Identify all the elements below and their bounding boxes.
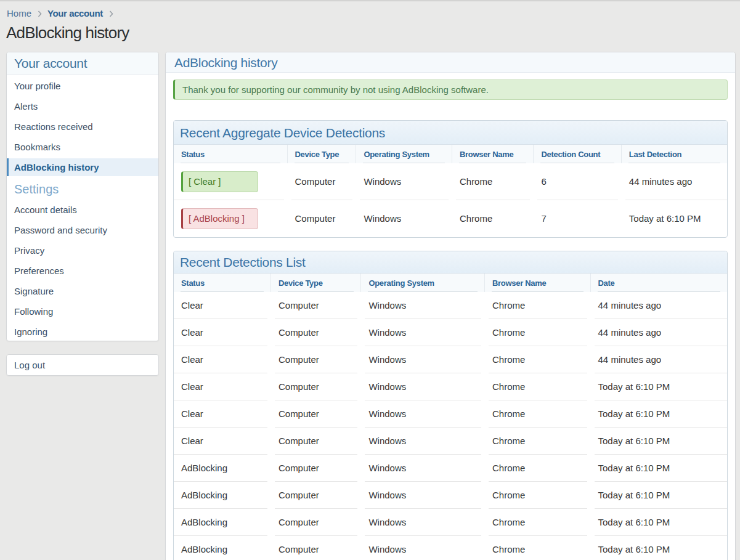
cell-browser-name: Chrome xyxy=(485,319,591,346)
logout-panel: Log out xyxy=(6,354,159,376)
aggregate-detections-block: Recent Aggregate Device Detections Statu… xyxy=(173,120,728,238)
sidebar-item-privacy[interactable]: Privacy xyxy=(7,241,158,259)
table-row: AdBlocking Computer Windows Chrome Today… xyxy=(174,509,727,536)
sidebar-title: Your account xyxy=(7,52,158,75)
column-header-device-type: Device Type xyxy=(271,274,361,292)
cell-browser-name: Chrome xyxy=(485,346,591,373)
cell-date: Today at 6:10 PM xyxy=(591,428,727,455)
cell-operating-system: Windows xyxy=(361,400,485,428)
sidebar-section-settings: Settings xyxy=(7,179,158,198)
chevron-right-icon xyxy=(109,10,113,17)
cell-browser-name: Chrome xyxy=(452,163,534,200)
column-header-status: Status xyxy=(174,145,288,163)
block-body: Thank you for supporting our community b… xyxy=(166,73,735,560)
sidebar-item-account-details[interactable]: Account details xyxy=(7,201,158,219)
cell-date: 44 minutes ago xyxy=(591,346,727,373)
sidebar-item-preferences[interactable]: Preferences xyxy=(7,262,158,280)
cell-operating-system: Windows xyxy=(361,373,485,400)
cell-operating-system: Windows xyxy=(361,346,485,373)
cell-device-type: Computer xyxy=(271,400,361,428)
cell-device-type: Computer xyxy=(288,163,357,200)
column-header-operating-system: Operating System xyxy=(361,274,485,292)
column-header-last-detection: Last Detection xyxy=(622,145,727,163)
cell-date: Today at 6:10 PM xyxy=(591,455,727,482)
sidebar-item-your-profile[interactable]: Your profile xyxy=(7,77,158,95)
column-header-operating-system: Operating System xyxy=(356,145,452,163)
cell-device-type: Computer xyxy=(271,319,361,346)
sidebar-item-signature[interactable]: Signature xyxy=(7,282,158,300)
cell-status: AdBlocking xyxy=(174,455,271,482)
cell-browser-name: Chrome xyxy=(452,200,534,237)
cell-date: 44 minutes ago xyxy=(591,292,727,319)
logout-link[interactable]: Log out xyxy=(7,355,158,375)
cell-date: 44 minutes ago xyxy=(591,319,727,346)
breadcrumb-your-account-link[interactable]: Your account xyxy=(47,8,103,18)
account-page: Home Your account AdBlocking history You… xyxy=(0,0,740,560)
cell-browser-name: Chrome xyxy=(485,400,591,428)
sidebar-item-adblocking-history[interactable]: AdBlocking history xyxy=(7,158,158,176)
cell-status: Clear xyxy=(174,346,271,373)
cell-operating-system: Windows xyxy=(361,319,485,346)
cell-operating-system: Windows xyxy=(361,509,485,536)
table-row: [ Clear ] Computer Windows Chrome 6 44 m… xyxy=(174,163,727,200)
breadcrumb-home-link[interactable]: Home xyxy=(7,8,31,18)
cell-browser-name: Chrome xyxy=(485,373,591,400)
cell-browser-name: Chrome xyxy=(485,292,591,319)
sidebar-item-password-and-security[interactable]: Password and security xyxy=(7,221,158,239)
cell-operating-system: Windows xyxy=(361,482,485,509)
cell-device-type: Computer xyxy=(271,536,361,560)
table-row: Clear Computer Windows Chrome 44 minutes… xyxy=(174,319,727,346)
cell-operating-system: Windows xyxy=(356,200,452,237)
cell-browser-name: Chrome xyxy=(485,536,591,560)
breadcrumb: Home Your account xyxy=(6,0,736,18)
cell-status: AdBlocking xyxy=(174,536,271,560)
table-row: AdBlocking Computer Windows Chrome Today… xyxy=(174,482,727,509)
recent-detections-block: Recent Detections List Status Device Typ… xyxy=(173,251,728,560)
your-account-menu: Your account Your profile Alerts Reactio… xyxy=(6,52,159,341)
column-header-device-type: Device Type xyxy=(288,145,357,163)
adblocking-history-block: AdBlocking history Thank you for support… xyxy=(165,52,736,560)
cell-status: Clear xyxy=(174,373,271,400)
cell-date: Today at 6:10 PM xyxy=(591,400,727,428)
sidebar-item-alerts[interactable]: Alerts xyxy=(7,97,158,115)
sidebar-item-bookmarks[interactable]: Bookmarks xyxy=(7,138,158,156)
cell-date: Today at 6:10 PM xyxy=(591,482,727,509)
table-row: Clear Computer Windows Chrome 44 minutes… xyxy=(174,346,727,373)
recent-detections-title: Recent Detections List xyxy=(174,251,727,274)
table-row: Clear Computer Windows Chrome Today at 6… xyxy=(174,400,727,428)
sidebar-item-reactions-received[interactable]: Reactions received xyxy=(7,118,158,136)
status-badge-clear[interactable]: [ Clear ] xyxy=(181,171,258,192)
cell-date: Today at 6:10 PM xyxy=(591,509,727,536)
table-row: Clear Computer Windows Chrome Today at 6… xyxy=(174,428,727,455)
cell-date: Today at 6:10 PM xyxy=(591,536,727,560)
cell-status: AdBlocking xyxy=(174,482,271,509)
cell-status: Clear xyxy=(174,400,271,428)
table-row: [ AdBlocking ] Computer Windows Chrome 7… xyxy=(174,200,727,237)
cell-status: Clear xyxy=(174,428,271,455)
success-notice: Thank you for supporting our community b… xyxy=(173,79,728,100)
column-header-browser-name: Browser Name xyxy=(452,145,534,163)
cell-device-type: Computer xyxy=(271,428,361,455)
cell-device-type: Computer xyxy=(271,482,361,509)
cell-device-type: Computer xyxy=(288,200,357,237)
sidebar-item-ignoring[interactable]: Ignoring xyxy=(7,323,158,341)
cell-detection-count: 6 xyxy=(534,163,621,200)
cell-operating-system: Windows xyxy=(361,455,485,482)
block-title: AdBlocking history xyxy=(166,52,735,73)
status-badge-adblocking[interactable]: [ AdBlocking ] xyxy=(181,208,258,229)
chevron-right-icon xyxy=(38,10,42,17)
table-row: Clear Computer Windows Chrome 44 minutes… xyxy=(174,292,727,319)
cell-last-detection: Today at 6:10 PM xyxy=(622,200,727,237)
cell-device-type: Computer xyxy=(271,292,361,319)
cell-browser-name: Chrome xyxy=(485,428,591,455)
sidebar-column: Your account Your profile Alerts Reactio… xyxy=(6,52,159,376)
cell-operating-system: Windows xyxy=(361,428,485,455)
cell-status: Clear xyxy=(174,292,271,319)
column-header-date: Date xyxy=(591,274,727,292)
cell-device-type: Computer xyxy=(271,373,361,400)
cell-device-type: Computer xyxy=(271,509,361,536)
sidebar-item-following[interactable]: Following xyxy=(7,302,158,320)
cell-browser-name: Chrome xyxy=(485,509,591,536)
cell-browser-name: Chrome xyxy=(485,455,591,482)
aggregate-detections-table: Status Device Type Operating System Brow… xyxy=(174,145,727,237)
